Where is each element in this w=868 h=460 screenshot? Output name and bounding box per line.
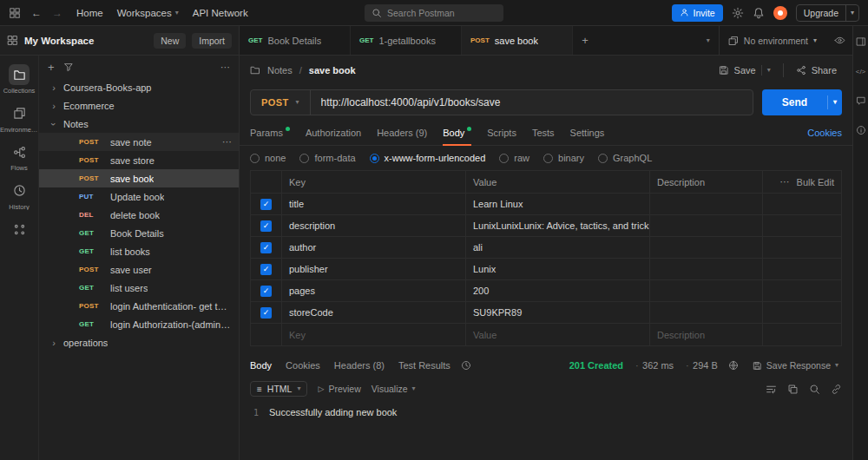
row-checkbox-cell[interactable]: ✓ [251, 259, 282, 280]
value-cell[interactable]: Learn Linux [466, 194, 650, 215]
description-cell[interactable] [650, 237, 763, 259]
request-list-users[interactable]: GETlist users [39, 279, 239, 297]
upgrade-button[interactable]: Upgrade ▾ [796, 4, 859, 22]
breadcrumb-collection[interactable]: Notes [267, 65, 293, 76]
wrap-text-icon[interactable] [766, 384, 777, 395]
body-type-raw[interactable]: raw [499, 153, 529, 163]
notifications-bell-icon[interactable] [753, 7, 765, 19]
description-cell[interactable] [650, 194, 763, 215]
code-icon[interactable]: </> [856, 66, 866, 76]
send-button[interactable]: Send ▾ [762, 89, 842, 115]
collection-operations[interactable]: ›operations [39, 333, 239, 352]
description-cell[interactable] [650, 215, 763, 237]
rail-item-collections[interactable]: Collections [0, 61, 38, 98]
new-button[interactable]: New [154, 33, 186, 49]
request-tab-params[interactable]: Params [250, 120, 290, 145]
cookies-link[interactable]: Cookies [807, 128, 842, 138]
method-selector[interactable]: POST ▾ [251, 90, 311, 115]
chevron-down-icon[interactable]: ▾ [846, 10, 858, 16]
save-response-button[interactable]: Save Response ▾ [749, 358, 842, 372]
rail-item-apis[interactable] [0, 215, 38, 246]
value-cell[interactable]: SU9KPR89 [466, 302, 650, 324]
request-tab-headers-9[interactable]: Headers (9) [377, 120, 427, 145]
description-cell[interactable] [650, 259, 763, 280]
body-type-binary[interactable]: binary [543, 153, 584, 163]
new-tab-button[interactable]: + [573, 26, 597, 55]
back-icon[interactable]: ← [31, 7, 42, 19]
nav-api-network[interactable]: API Network [193, 8, 248, 18]
collection-notes[interactable]: ›Notes [39, 115, 239, 133]
request-tab-body[interactable]: Body [443, 120, 471, 145]
invite-button[interactable]: Invite [672, 4, 723, 22]
more-actions-icon[interactable]: ⋯ [220, 62, 230, 73]
tab-book-details[interactable]: GETBook Details [240, 26, 351, 55]
description-input-placeholder[interactable]: Description [650, 324, 763, 345]
key-cell[interactable]: description [282, 215, 466, 237]
row-checkbox-cell[interactable]: ✓ [251, 302, 282, 324]
body-type-x-www-form-urlencoded[interactable]: x-www-form-urlencoded [370, 153, 486, 163]
response-tab-body[interactable]: Body [250, 360, 272, 371]
request-save-store[interactable]: POSTsave store [39, 151, 239, 169]
tab-1-getallbooks[interactable]: GET1-getallbooks [351, 26, 462, 55]
checkbox-checked-icon[interactable]: ✓ [260, 286, 272, 297]
visualize-button[interactable]: Visualize ▾ [372, 384, 416, 394]
url-input[interactable] [311, 96, 753, 108]
key-cell[interactable]: author [282, 237, 466, 259]
value-cell[interactable]: 200 [466, 280, 650, 302]
search-response-icon[interactable] [809, 384, 820, 395]
info-icon[interactable] [856, 125, 866, 135]
tab-save-book[interactable]: POSTsave book [462, 26, 573, 55]
network-info-icon[interactable] [728, 360, 739, 371]
response-tab-cookies[interactable]: Cookies [286, 360, 320, 371]
link-icon[interactable] [831, 384, 842, 395]
filter-icon[interactable] [63, 62, 74, 72]
request-save-note[interactable]: POSTsave note⋯ [39, 133, 239, 151]
response-body-editor[interactable]: 1Successfully adding new book [240, 400, 852, 460]
chevron-down-icon[interactable]: ▾ [767, 67, 771, 74]
env-quick-look-icon[interactable] [834, 35, 845, 46]
settings-gear-icon[interactable] [732, 7, 744, 19]
request-login-authentication-get-token[interactable]: POSTlogin Authentication- get token [39, 297, 239, 315]
row-checkbox-cell[interactable]: ✓ [251, 194, 282, 215]
copy-icon[interactable] [787, 384, 799, 395]
description-cell[interactable] [650, 280, 763, 302]
checkbox-checked-icon[interactable]: ✓ [260, 264, 272, 275]
request-tab-tests[interactable]: Tests [532, 120, 555, 145]
layout-panel-icon[interactable] [856, 36, 866, 47]
response-format-selector[interactable]: ≡ HTML ▾ [250, 381, 307, 397]
preview-button[interactable]: ▷ Preview [318, 384, 360, 394]
description-cell[interactable] [650, 302, 763, 324]
key-cell[interactable]: publisher [282, 259, 466, 280]
request-save-user[interactable]: POSTsave user [39, 260, 239, 279]
app-menu-icon[interactable] [9, 7, 21, 19]
account-avatar[interactable] [773, 6, 787, 20]
rail-item-environments[interactable]: Environments [0, 100, 38, 137]
collection-coursera-books-app[interactable]: ›Coursera-Books-app [39, 78, 239, 96]
key-cell[interactable]: title [282, 194, 466, 215]
environment-selector[interactable]: No environment ▾ [719, 26, 825, 55]
checkbox-checked-icon[interactable]: ✓ [260, 199, 272, 210]
rail-item-history[interactable]: History [0, 177, 38, 214]
bulk-edit-link[interactable]: Bulk Edit [797, 177, 834, 187]
nav-home[interactable]: Home [76, 8, 103, 18]
collection-ecommerce[interactable]: ›Ecommerce [39, 96, 239, 115]
request-delete-book[interactable]: DELdelete book [39, 206, 239, 224]
more-icon[interactable]: ⋯ [780, 176, 790, 187]
value-input-placeholder[interactable]: Value [466, 324, 650, 345]
request-tab-settings[interactable]: Settings [570, 120, 605, 145]
request-tab-scripts[interactable]: Scripts [487, 120, 516, 145]
value-cell[interactable]: LunixLunixLunix: Advice, tactics, and tr… [466, 215, 650, 237]
ellipsis-icon[interactable]: ⋯ [222, 136, 232, 148]
share-button[interactable]: Share [791, 62, 842, 78]
response-tab-test-results[interactable]: Test Results [398, 360, 450, 371]
request-login-authorization-admin-user[interactable]: GETlogin Authorization-(admin,user) [39, 315, 239, 333]
add-collection-icon[interactable]: + [48, 62, 55, 73]
rail-item-flows[interactable]: Flows [0, 138, 38, 175]
import-button[interactable]: Import [192, 33, 232, 49]
request-list-books[interactable]: GETlist books [39, 242, 239, 260]
row-checkbox-cell[interactable]: ✓ [251, 280, 282, 302]
response-tab-headers-8[interactable]: Headers (8) [334, 360, 385, 371]
row-checkbox-cell[interactable]: ✓ [251, 215, 282, 237]
nav-workspaces[interactable]: Workspaces▾ [117, 8, 179, 18]
forward-icon[interactable]: → [52, 7, 62, 19]
